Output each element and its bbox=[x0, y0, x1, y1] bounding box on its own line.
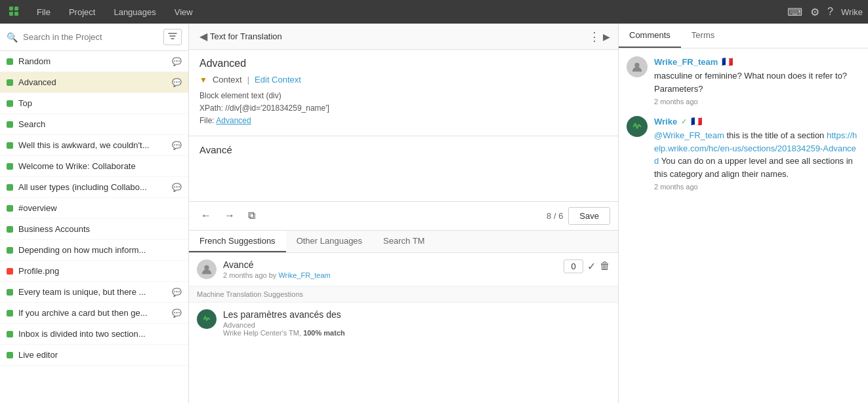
sidebar-dot-0 bbox=[7, 58, 13, 65]
sidebar-item-7[interactable]: #overview bbox=[0, 198, 188, 219]
navbar-languages[interactable]: Languages bbox=[106, 5, 163, 20]
sidebar-item-label-11: Every team is unique, but there ... bbox=[18, 287, 169, 297]
comment-text-2: @Wrike_FR_team this is the title of a se… bbox=[654, 129, 860, 180]
sidebar-item-label-0: Random bbox=[18, 56, 169, 66]
sidebar-item-label-8: Business Accounts bbox=[18, 224, 182, 234]
suggestion-score: 0 bbox=[564, 259, 583, 273]
navbar-file[interactable]: File bbox=[29, 5, 58, 20]
suggestion-meta: 2 months ago by Wrike_FR_team bbox=[223, 271, 557, 279]
sidebar-item-label-2: Top bbox=[18, 98, 182, 108]
navbar-view[interactable]: View bbox=[167, 5, 201, 20]
keyboard-icon[interactable]: ⌨ bbox=[787, 6, 802, 18]
sidebar-item-3[interactable]: Search bbox=[0, 114, 188, 135]
edit-context-link[interactable]: Edit Context bbox=[255, 75, 301, 85]
sidebar-item-8[interactable]: Business Accounts bbox=[0, 219, 188, 240]
tab-comments[interactable]: Comments bbox=[619, 24, 681, 48]
sidebar-item-14[interactable]: Live editor bbox=[0, 345, 188, 366]
comment-flag-2: 🇫🇷 bbox=[691, 116, 702, 126]
sidebar-item-label-10: Profile.png bbox=[18, 266, 182, 276]
save-button[interactable]: Save bbox=[568, 207, 610, 225]
sidebar-dot-10 bbox=[7, 268, 13, 275]
comment-header-1: Wrike_FR_team 🇫🇷 bbox=[654, 56, 860, 67]
gear-icon[interactable]: ⚙ bbox=[810, 6, 819, 18]
verified-icon: ✓ bbox=[681, 117, 687, 126]
sidebar-item-4[interactable]: Well this is awkward, we couldn't...💬 bbox=[0, 135, 188, 156]
sidebar-dot-7 bbox=[7, 205, 13, 212]
comment-time-2: 2 months ago bbox=[654, 183, 860, 191]
accept-suggestion-btn[interactable]: ✓ bbox=[587, 260, 596, 273]
context-info: Block element text (div) XPath: //div[@i… bbox=[199, 90, 608, 128]
sidebar-item-6[interactable]: All user types (including Collabo...💬 bbox=[0, 177, 188, 198]
sidebar-item-13[interactable]: Inbox is divided into two section... bbox=[0, 324, 188, 345]
comment-avatar-1 bbox=[627, 56, 648, 77]
delete-suggestion-btn[interactable]: 🗑 bbox=[600, 260, 610, 272]
copy-btn[interactable]: ⧉ bbox=[244, 208, 259, 223]
navbar-project[interactable]: Project bbox=[61, 5, 103, 20]
svg-rect-3 bbox=[14, 12, 18, 16]
comment-flag-1: 🇫🇷 bbox=[722, 56, 733, 67]
tab-search-tm[interactable]: Search TM bbox=[373, 231, 435, 252]
context-info-file: File: Advanced bbox=[199, 115, 608, 127]
sidebar-dot-8 bbox=[7, 226, 13, 233]
sidebar-item-2[interactable]: Top bbox=[0, 93, 188, 114]
panel-right-arrow[interactable]: ▶ bbox=[603, 31, 610, 42]
comment-time-1: 2 months ago bbox=[654, 98, 860, 106]
right-tabs-bar: Comments Terms bbox=[619, 24, 868, 48]
sidebar-dot-9 bbox=[7, 247, 13, 254]
sidebar-item-12[interactable]: If you archive a card but then ge...💬 bbox=[0, 303, 188, 324]
suggestion-avatar bbox=[197, 259, 217, 279]
comment-mention[interactable]: @Wrike_FR_team bbox=[654, 130, 724, 140]
sidebar-dot-12 bbox=[7, 310, 13, 317]
sidebar-item-9[interactable]: Depending on how much inform... bbox=[0, 240, 188, 261]
sidebar-item-5[interactable]: Welcome to Wrike: Collaborate bbox=[0, 156, 188, 177]
panel-left-arrow[interactable]: ◀ bbox=[197, 29, 210, 44]
svg-rect-1 bbox=[14, 7, 18, 10]
context-label: Context bbox=[213, 75, 242, 85]
more-options-icon[interactable]: ⋮ bbox=[589, 29, 600, 44]
svg-rect-0 bbox=[9, 7, 13, 10]
comment-author-2[interactable]: Wrike bbox=[654, 117, 677, 126]
user-label[interactable]: Wrike bbox=[841, 7, 863, 17]
filter-icon bbox=[168, 31, 177, 41]
navbar-menu: File Project Languages View bbox=[29, 5, 787, 20]
filter-button[interactable] bbox=[163, 29, 182, 45]
sidebar-item-11[interactable]: Every team is unique, but there ...💬 bbox=[0, 282, 188, 303]
sidebar-item-0[interactable]: Random💬 bbox=[0, 51, 188, 72]
machine-translation-header: Machine Translation Suggestions bbox=[189, 286, 618, 303]
suggestion-user-link[interactable]: Wrike_FR_team bbox=[278, 271, 330, 279]
sidebar-comment-icon-1: 💬 bbox=[172, 78, 182, 87]
sidebar-dot-13 bbox=[7, 331, 13, 337]
grid-icon[interactable] bbox=[5, 3, 24, 21]
center-header: ◀ Text for Translation ⋮ ▶ bbox=[189, 24, 618, 50]
search-icon: 🔍 bbox=[7, 32, 18, 43]
translation-text-area: Avancé bbox=[189, 136, 618, 202]
sidebar-search-bar: 🔍 bbox=[0, 24, 188, 51]
suggestions-list: Avancé 2 months ago by Wrike_FR_team 0 ✓… bbox=[189, 253, 618, 403]
main-layout: 🔍 Random💬Advanced💬TopSearchWell this is … bbox=[0, 24, 868, 403]
machine-match: 100% match bbox=[303, 329, 345, 337]
prev-segment-btn[interactable]: ← bbox=[197, 208, 215, 223]
tab-french-suggestions[interactable]: French Suggestions bbox=[189, 231, 286, 252]
source-title: Advanced bbox=[199, 58, 608, 69]
search-input[interactable] bbox=[23, 32, 158, 42]
comment-author-1[interactable]: Wrike_FR_team bbox=[654, 57, 718, 67]
comment-body-2: Wrike ✓ 🇫🇷 @Wrike_FR_team this is the ti… bbox=[654, 116, 860, 191]
sidebar-item-1[interactable]: Advanced💬 bbox=[0, 72, 188, 93]
next-segment-btn[interactable]: → bbox=[220, 208, 239, 223]
context-file-link[interactable]: Advanced bbox=[216, 116, 251, 125]
sidebar-dot-1 bbox=[7, 79, 13, 86]
help-icon[interactable]: ? bbox=[827, 6, 833, 18]
tab-other-languages[interactable]: Other Languages bbox=[286, 231, 373, 252]
machine-translation-logo bbox=[197, 309, 217, 329]
sidebar-item-label-13: Inbox is divided into two section... bbox=[18, 329, 182, 339]
sidebar-dot-3 bbox=[7, 121, 13, 128]
center-toolbar: ← → ⧉ 8 / 6 Save bbox=[189, 202, 618, 231]
sidebar-item-10[interactable]: Profile.png bbox=[0, 261, 188, 282]
machine-item-content: Les paramètres avancés des Advanced Wrik… bbox=[223, 309, 610, 337]
sidebar-dot-14 bbox=[7, 352, 13, 358]
context-toggle-icon[interactable]: ▼ bbox=[199, 75, 207, 85]
navbar: File Project Languages View ⌨ ⚙ ? Wrike bbox=[0, 0, 868, 24]
context-info-xpath: XPath: //div[@id='201834259_name'] bbox=[199, 102, 608, 115]
wrike-avatar-icon bbox=[631, 121, 643, 132]
tab-terms[interactable]: Terms bbox=[681, 24, 725, 48]
